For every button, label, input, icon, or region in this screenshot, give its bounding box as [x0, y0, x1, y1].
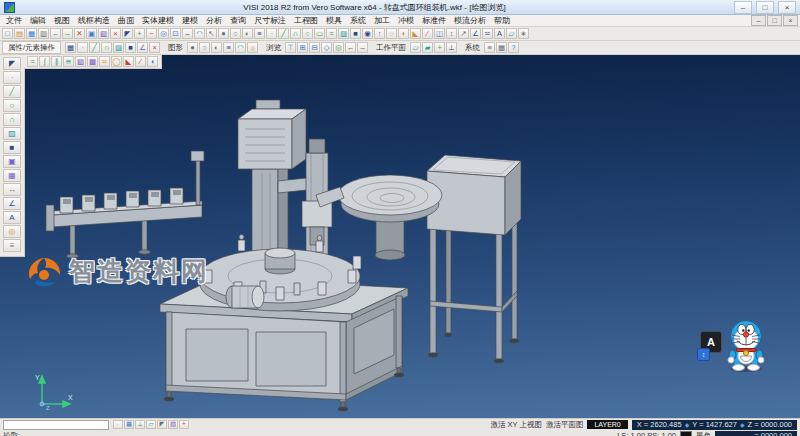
pipe-icon[interactable]: ∥	[51, 56, 62, 67]
dock-curve-icon[interactable]: ∩	[3, 113, 21, 126]
menu-item-4[interactable]: 曲面	[114, 15, 138, 26]
fillet-tool-icon[interactable]: ◗	[398, 28, 409, 39]
menu-item-8[interactable]: 查询	[226, 15, 250, 26]
command-input[interactable]	[3, 420, 109, 430]
filter-arcs-icon[interactable]: ∩	[101, 42, 112, 53]
menu-item-14[interactable]: 冲模	[394, 15, 418, 26]
minimize-button[interactable]: –	[734, 1, 752, 14]
close-button[interactable]: ×	[778, 1, 796, 14]
workplane-yz-icon[interactable]: ▰	[422, 42, 433, 53]
filter-dimensions-icon[interactable]: ∠	[137, 42, 148, 53]
move-tool-icon[interactable]: ↕	[446, 28, 457, 39]
system-help-icon[interactable]: ?	[508, 42, 519, 53]
view-all-icon[interactable]: ◎	[333, 42, 344, 53]
arrows-tile[interactable]: ↕	[697, 348, 710, 361]
select-toggle-icon[interactable]: ◤	[157, 420, 167, 429]
paste-icon[interactable]: ▧	[98, 28, 109, 39]
grid-toggle-icon[interactable]: ▦	[124, 420, 134, 429]
loft-icon[interactable]: ≅	[63, 56, 74, 67]
menu-item-17[interactable]: 帮助	[490, 15, 514, 26]
view-next-icon[interactable]: →	[357, 42, 368, 53]
child-minimize-button[interactable]: –	[751, 15, 766, 26]
aux-toggle-icon[interactable]: +	[179, 420, 189, 429]
menu-item-9[interactable]: 尺寸标注	[250, 15, 290, 26]
hopper-stand[interactable]	[428, 213, 519, 363]
filter-lines-icon[interactable]: ╱	[89, 42, 100, 53]
snap-toggle-icon[interactable]: ∙	[113, 420, 123, 429]
dock-macro-icon[interactable]: ≡	[3, 239, 21, 252]
filter-points-icon[interactable]: ∙	[77, 42, 88, 53]
menu-item-11[interactable]: 模具	[322, 15, 346, 26]
arc-tool-icon[interactable]: ∩	[290, 28, 301, 39]
system-options-icon[interactable]: ≡	[484, 42, 495, 53]
solid-cylinder-tool-icon[interactable]: ◉	[362, 28, 373, 39]
split-icon[interactable]: ∕	[135, 56, 146, 67]
cad-model[interactable]	[0, 55, 800, 418]
dock-feature-icon[interactable]: ▣	[3, 155, 21, 168]
open-file-icon[interactable]: ▤	[14, 28, 25, 39]
vibratory-bowl-feeder[interactable]	[316, 175, 442, 260]
dock-transform-icon[interactable]: ↔	[3, 183, 21, 196]
wire-mode-icon[interactable]: ○	[199, 42, 210, 53]
layer-manager-icon[interactable]: ≡	[254, 28, 265, 39]
filter-clear-icon[interactable]: ×	[149, 42, 160, 53]
workplane-custom-icon[interactable]: +	[434, 42, 445, 53]
undo-icon[interactable]: ←	[50, 28, 61, 39]
menu-item-12[interactable]: 系统	[346, 15, 370, 26]
menu-item-3[interactable]: 线框构造	[74, 15, 114, 26]
print-icon[interactable]: ▥	[38, 28, 49, 39]
dock-solid-icon[interactable]: ■	[3, 141, 21, 154]
ortho-toggle-icon[interactable]: ⊥	[135, 420, 145, 429]
rectangle-tool-icon[interactable]: ▭	[314, 28, 325, 39]
menu-item-16[interactable]: 模流分析	[450, 15, 490, 26]
workplane-toggle-icon[interactable]: ▱	[146, 420, 156, 429]
new-file-icon[interactable]: □	[2, 28, 13, 39]
menu-item-13[interactable]: 加工	[370, 15, 394, 26]
draft-icon[interactable]: ◣	[123, 56, 134, 67]
curve-tool-icon[interactable]: ≈	[326, 28, 337, 39]
redo-icon[interactable]: →	[62, 28, 73, 39]
view-iso-icon[interactable]: ◇	[321, 42, 332, 53]
dock-analyze-icon[interactable]: ◎	[3, 225, 21, 238]
view-side-icon[interactable]: ⊟	[309, 42, 320, 53]
hidden-line-view-icon[interactable]: ◐	[242, 28, 253, 39]
profile-icon[interactable]: ≈	[27, 56, 38, 67]
zoom-in-icon[interactable]: +	[134, 28, 145, 39]
dock-assembly-icon[interactable]: ▦	[3, 169, 21, 182]
graphics-options-icon[interactable]: ≡	[223, 42, 234, 53]
mask-toggle-icon[interactable]: ▨	[168, 420, 178, 429]
conveyor-assembly[interactable]	[46, 151, 204, 258]
menu-item-15[interactable]: 标准件	[418, 15, 450, 26]
child-restore-button[interactable]: □	[767, 15, 782, 26]
menu-item-0[interactable]: 文件	[2, 15, 26, 26]
copy-icon[interactable]: ▣	[86, 28, 97, 39]
zoom-fit-icon[interactable]: ◎	[158, 28, 169, 39]
cut-icon[interactable]: ✕	[74, 28, 85, 39]
scale-tool-icon[interactable]: ↗	[458, 28, 469, 39]
previous-view-icon[interactable]: ↖	[206, 28, 217, 39]
current-color-swatch[interactable]	[680, 431, 692, 436]
filter-solids-icon[interactable]: ■	[125, 42, 136, 53]
view-previous-icon[interactable]: ←	[345, 42, 356, 53]
dock-point-icon[interactable]: ∙	[3, 71, 21, 84]
light-toggle-icon[interactable]: ☼	[247, 42, 258, 53]
mirror-tool-icon[interactable]: ◫	[434, 28, 445, 39]
system-calculator-icon[interactable]: ▦	[496, 42, 507, 53]
circle-tool-icon[interactable]: ○	[302, 28, 313, 39]
rotate-view-icon[interactable]: ◠	[194, 28, 205, 39]
surface-tool-icon[interactable]: ▨	[338, 28, 349, 39]
trim-tool-icon[interactable]: ∕	[422, 28, 433, 39]
solid-box-tool-icon[interactable]: ■	[350, 28, 361, 39]
text-tool-icon[interactable]: A	[494, 28, 505, 39]
dock-text-icon[interactable]: A	[3, 211, 21, 224]
pan-icon[interactable]: ↔	[182, 28, 193, 39]
point-tool-icon[interactable]: ∙	[266, 28, 277, 39]
delete-icon[interactable]: ×	[110, 28, 121, 39]
patch-icon[interactable]: ▧	[75, 56, 86, 67]
wireframe-view-icon[interactable]: ○	[230, 28, 241, 39]
filter-all-icon[interactable]: ▦	[65, 42, 76, 53]
sweep-icon[interactable]: ∫	[39, 56, 50, 67]
refresh-view-icon[interactable]: ◠	[235, 42, 246, 53]
layer-indicator[interactable]: LAYER0	[587, 420, 627, 429]
menu-item-2[interactable]: 视图	[50, 15, 74, 26]
